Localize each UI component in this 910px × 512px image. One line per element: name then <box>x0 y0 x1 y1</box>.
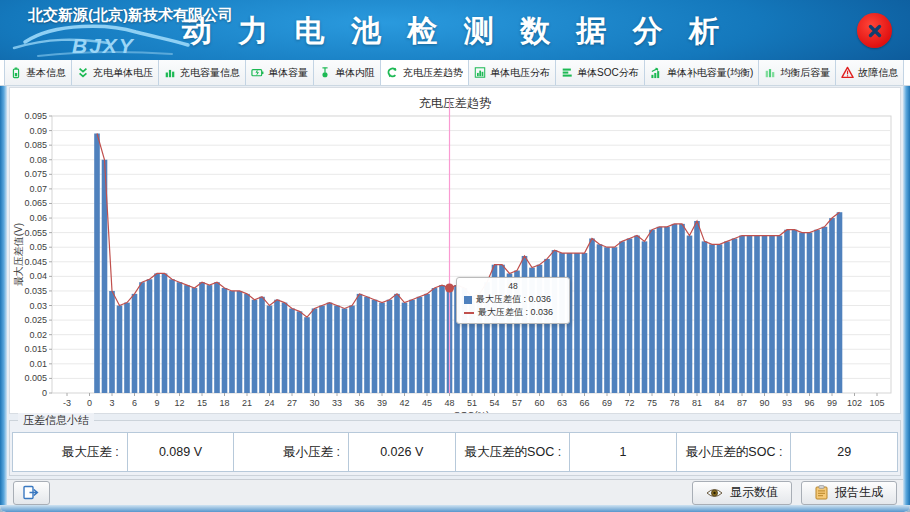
show-values-button[interactable]: 显示数值 <box>692 481 792 505</box>
summary-label: 最小压差 : <box>234 433 349 471</box>
svg-text:0.015: 0.015 <box>24 344 47 354</box>
battery-charge-icon <box>251 66 264 79</box>
summary-group-title: 压差信息小结 <box>18 413 94 428</box>
tooltip-row: 最大压差值 : 0.036 <box>464 293 562 306</box>
svg-text:39: 39 <box>377 398 387 408</box>
tab-label: 充电单体电压 <box>93 66 153 80</box>
tab-label: 单体SOC分布 <box>577 66 639 80</box>
tab-balanced-capacity[interactable]: 均衡后容量 <box>759 60 836 85</box>
tab-strip: 基本信息充电单体电压充电容量信息单体容量单体内阻充电压差趋势单体电压分布单体SO… <box>0 60 910 86</box>
show-values-label: 显示数值 <box>730 484 778 501</box>
close-button[interactable] <box>857 13 892 48</box>
growth-chart-icon <box>650 66 663 79</box>
hbar-chart-icon <box>561 66 573 79</box>
svg-text:30: 30 <box>309 398 319 408</box>
app-title: 动 力 电 池 检 测 数 据 分 析 <box>182 11 728 52</box>
hover-point <box>445 284 454 293</box>
svg-text:54: 54 <box>489 398 499 408</box>
svg-text:0.03: 0.03 <box>29 301 47 311</box>
svg-text:12: 12 <box>174 398 184 408</box>
report-label: 报告生成 <box>835 484 883 501</box>
tab-label: 基本信息 <box>26 66 66 80</box>
svg-text:-3: -3 <box>63 398 71 408</box>
summary-value: 29 <box>791 433 897 471</box>
x-axis-ticks: -303691215182124273033363942454851545760… <box>63 393 885 408</box>
tooltip-row: 最大压差值 : 0.036 <box>464 306 562 319</box>
capacity-chart-icon <box>764 66 776 79</box>
chart-svg: 00.0050.010.0150.020.0250.030.0350.040.0… <box>10 88 900 413</box>
svg-text:48: 48 <box>444 398 454 408</box>
tab-cell-internal-resistance[interactable]: 单体内阻 <box>314 60 381 85</box>
report-icon <box>815 485 828 500</box>
svg-text:33: 33 <box>332 398 342 408</box>
tab-label: 单体容量 <box>268 66 308 80</box>
tab-basic-info[interactable]: 基本信息 <box>4 60 72 85</box>
export-button[interactable] <box>13 481 50 505</box>
warning-icon <box>841 66 854 79</box>
svg-text:3: 3 <box>109 398 114 408</box>
bar-chart-icon <box>164 66 176 79</box>
tab-charge-capacity-info[interactable]: 充电容量信息 <box>159 60 246 85</box>
svg-text:42: 42 <box>399 398 409 408</box>
svg-text:27: 27 <box>287 398 297 408</box>
svg-text:0.07: 0.07 <box>29 184 47 194</box>
tab-cell-soc-distribution[interactable]: 单体SOC分布 <box>556 60 645 85</box>
window-frame-bottom <box>0 505 910 512</box>
svg-text:57: 57 <box>512 398 522 408</box>
tooltip-row-text: 最大压差值 : 0.036 <box>476 293 551 306</box>
resistance-pin-icon <box>319 66 331 79</box>
tab-charge-cell-voltage[interactable]: 充电单体电压 <box>72 60 159 85</box>
svg-text:78: 78 <box>669 398 679 408</box>
svg-text:0.04: 0.04 <box>29 271 47 281</box>
y-axis-label: 最大压差值(V) <box>13 223 24 286</box>
svg-text:45: 45 <box>422 398 432 408</box>
tab-label: 故障信息 <box>858 66 898 80</box>
chart-tooltip: 48 最大压差值 : 0.036 最大压差值 : 0.036 <box>456 277 570 324</box>
summary-group: 压差信息小结 最大压差 :0.089 V最小压差 :0.026 V最大压差的SO… <box>9 420 901 476</box>
svg-text:0: 0 <box>42 388 47 398</box>
window-frame-right <box>903 86 910 505</box>
tab-cell-capacity[interactable]: 单体容量 <box>246 60 314 85</box>
window-frame-left <box>0 86 7 505</box>
svg-text:75: 75 <box>647 398 657 408</box>
svg-text:6: 6 <box>132 398 137 408</box>
tab-cell-voltage-distribution[interactable]: 单体电压分布 <box>469 60 556 85</box>
svg-text:51: 51 <box>467 398 477 408</box>
svg-text:0.01: 0.01 <box>29 359 47 369</box>
svg-text:0: 0 <box>87 398 92 408</box>
tab-label: 单体电压分布 <box>490 66 550 80</box>
svg-text:0.075: 0.075 <box>24 169 47 179</box>
tooltip-title: 48 <box>464 281 562 291</box>
summary-value: 0.026 V <box>349 433 456 471</box>
svg-text:72: 72 <box>624 398 634 408</box>
tab-cell-recharge-capacity-balance[interactable]: 单体补电容量(均衡) <box>645 60 760 85</box>
chevrons-down-icon <box>77 66 89 79</box>
svg-text:87: 87 <box>737 398 747 408</box>
svg-text:21: 21 <box>242 398 252 408</box>
svg-text:99: 99 <box>827 398 837 408</box>
tab-charge-voltage-diff-trend[interactable]: 充电压差趋势 <box>381 60 469 85</box>
svg-text:81: 81 <box>692 398 702 408</box>
summary-label: 最大压差的SOC : <box>456 433 571 471</box>
report-button[interactable]: 报告生成 <box>801 481 897 505</box>
chart-panel: 充电压差趋势 00.0050.010.0150.020.0250.030.035… <box>9 87 901 414</box>
svg-text:0.02: 0.02 <box>29 330 47 340</box>
svg-text:93: 93 <box>782 398 792 408</box>
tab-label: 充电容量信息 <box>180 66 240 80</box>
svg-text:96: 96 <box>804 398 814 408</box>
tab-label: 单体内阻 <box>335 66 375 80</box>
svg-text:36: 36 <box>354 398 364 408</box>
svg-text:0.045: 0.045 <box>24 257 47 267</box>
svg-text:0.08: 0.08 <box>29 155 47 165</box>
app-window: 北交新源(北京)新技术有限公司 BJXY 动 力 电 池 检 测 数 据 分 析… <box>0 0 910 512</box>
summary-value: 1 <box>570 433 677 471</box>
svg-text:0.065: 0.065 <box>24 198 47 208</box>
export-icon <box>23 485 40 500</box>
svg-text:0.005: 0.005 <box>24 373 47 383</box>
svg-text:63: 63 <box>557 398 567 408</box>
tab-fault-info[interactable]: 故障信息 <box>836 60 904 85</box>
eye-icon <box>706 487 723 499</box>
tab-label: 充电压差趋势 <box>403 66 463 80</box>
tab-label: 均衡后容量 <box>780 66 830 80</box>
summary-table-row: 最大压差 :0.089 V最小压差 :0.026 V最大压差的SOC :1最小压… <box>12 432 898 472</box>
